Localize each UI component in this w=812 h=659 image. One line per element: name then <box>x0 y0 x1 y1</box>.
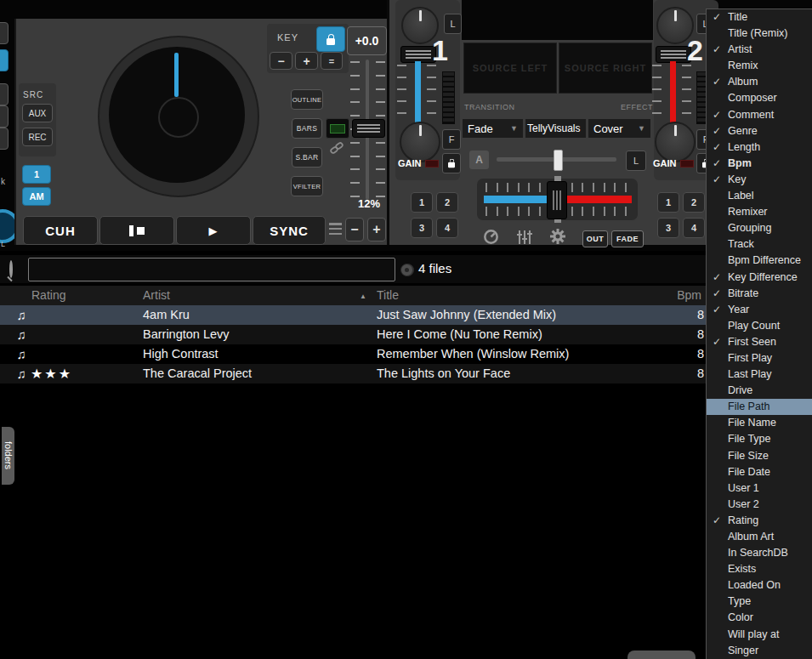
menu-item-last-play[interactable]: Last Play <box>707 366 812 383</box>
ch1-hotcue-2[interactable]: 2 <box>436 192 458 213</box>
column-header-title[interactable]: Title <box>377 286 399 305</box>
menu-item-rating[interactable]: ✓Rating <box>707 513 812 529</box>
menu-item-bpm-difference[interactable]: Bpm Difference <box>707 253 812 269</box>
ch2-volume-fader-track[interactable] <box>670 61 676 122</box>
menu-item-loaded-on[interactable]: Loaded On <box>707 577 812 594</box>
menu-item-key[interactable]: ✓Key <box>707 172 812 188</box>
key-match-button[interactable]: = <box>321 52 343 70</box>
edge-button[interactable] <box>0 22 9 44</box>
ch2-hotcue-2[interactable]: 2 <box>683 192 705 213</box>
transition-dropdown[interactable]: Fade▼ <box>463 119 523 138</box>
menu-item-comment[interactable]: ✓Comment <box>707 107 812 123</box>
menu-item-length[interactable]: ✓Length <box>707 139 812 156</box>
automix-icon[interactable] <box>483 229 499 248</box>
ch1-volume-fader-track[interactable] <box>415 61 421 122</box>
menu-item-in-searchdb[interactable]: In SearchDB <box>707 545 812 561</box>
menu-item-drive[interactable]: Drive <box>707 383 812 399</box>
rec-button[interactable]: REC <box>22 128 53 146</box>
key-lock-button[interactable] <box>316 26 345 52</box>
menu-item-track[interactable]: Track <box>707 236 812 253</box>
ch1-volume-fader-handle[interactable] <box>400 46 436 63</box>
ch1-hotcue-1[interactable]: 1 <box>411 192 433 213</box>
menu-item-key-difference[interactable]: ✓Key Difference <box>707 270 812 286</box>
link-l-button[interactable]: L <box>626 151 646 171</box>
ch1-hotcue-4[interactable]: 4 <box>436 218 458 238</box>
menu-item-genre[interactable]: ✓Genre <box>707 123 812 139</box>
key-plus-button[interactable]: + <box>295 52 318 70</box>
pause-stop-button[interactable] <box>99 216 174 245</box>
menu-item-file-type[interactable]: File Type <box>707 431 812 447</box>
menu-item-label[interactable]: Label <box>707 188 812 204</box>
column-header-artist[interactable]: Artist <box>143 286 170 305</box>
menu-item-first-play[interactable]: First Play <box>707 350 812 366</box>
menu-item-user-1[interactable]: User 1 <box>707 480 812 497</box>
am-button[interactable]: AM <box>22 187 51 206</box>
menu-item-grouping[interactable]: Grouping <box>707 220 812 236</box>
out-button[interactable]: OUT <box>582 230 608 247</box>
ch2-volume-fader-handle[interactable] <box>656 46 691 63</box>
edge-button[interactable] <box>0 105 9 128</box>
menu-item-file-path[interactable]: File Path <box>707 399 812 415</box>
menu-item-remix[interactable]: Remix <box>707 58 812 74</box>
menu-item-album[interactable]: ✓Album <box>707 74 812 90</box>
menu-item-file-date[interactable]: File Date <box>707 464 812 480</box>
edge-button[interactable] <box>0 83 9 105</box>
deck-number-button[interactable]: 1 <box>22 165 51 184</box>
pitch-fader-handle[interactable] <box>352 119 385 138</box>
column-header-rating[interactable]: Rating <box>31 286 65 305</box>
search-icon[interactable] <box>9 262 13 277</box>
menu-item-file-name[interactable]: File Name <box>707 415 812 431</box>
sbar-button[interactable]: S.BAR <box>292 147 322 168</box>
track-row[interactable]: ♫4am KruJust Saw Johnny (Extended Mix)8 <box>0 305 812 325</box>
menu-item-play-count[interactable]: Play Count <box>707 318 812 334</box>
menu-item-bpm[interactable]: ✓Bpm <box>707 156 812 172</box>
menu-item-type[interactable]: Type <box>707 594 812 610</box>
menu-item-composer[interactable]: Composer <box>707 90 812 106</box>
bottom-drawer-handle[interactable] <box>627 650 696 659</box>
ch1-hotcue-3[interactable]: 3 <box>411 218 433 238</box>
sync-button[interactable]: SYNC <box>253 216 326 245</box>
auto-button[interactable]: A <box>469 151 489 169</box>
fade-button[interactable]: FADE <box>611 230 644 247</box>
column-header-bpm[interactable]: Bpm <box>646 286 701 305</box>
ch2-gain-knob[interactable] <box>655 122 696 162</box>
bars-button[interactable]: BARS <box>292 118 322 139</box>
search-input[interactable] <box>28 258 395 281</box>
ch1-pfl-button[interactable]: L <box>444 14 462 34</box>
menu-item-title[interactable]: ✓Title <box>707 9 812 26</box>
edge-button-active[interactable] <box>0 49 9 71</box>
gear-icon[interactable] <box>549 228 566 248</box>
menu-item-exists[interactable]: Exists <box>707 561 812 577</box>
menu-item-first-seen[interactable]: ✓First Seen <box>707 334 812 350</box>
ch2-hotcue-1[interactable]: 1 <box>657 192 679 213</box>
video-crossfader-handle[interactable] <box>554 150 563 171</box>
menu-item-year[interactable]: ✓Year <box>707 302 812 318</box>
play-button[interactable]: ▶ <box>176 216 251 245</box>
folders-tab[interactable]: folders <box>2 427 14 485</box>
menu-item-title-remix[interactable]: Title (Remix) <box>707 26 812 42</box>
aux-button[interactable]: AUX <box>22 104 53 122</box>
key-minus-button[interactable]: − <box>270 52 292 70</box>
link-icon[interactable] <box>330 141 344 158</box>
menu-item-user-2[interactable]: User 2 <box>707 497 812 513</box>
ch2-hotcue-3[interactable]: 3 <box>657 218 679 238</box>
vfilter-button[interactable]: VFILTER <box>291 176 323 196</box>
ch2-hotcue-4[interactable]: 4 <box>683 218 705 238</box>
ch1-fx-button[interactable]: F <box>442 129 461 150</box>
source-left-box[interactable]: SOURCE LEFT <box>463 43 557 94</box>
menu-item-artist[interactable]: ✓Artist <box>707 42 812 58</box>
menu-item-file-size[interactable]: File Size <box>707 448 812 464</box>
mixer-settings-icon[interactable] <box>516 230 533 248</box>
edge-button[interactable] <box>0 128 9 150</box>
menu-item-singer[interactable]: Singer <box>707 643 812 659</box>
ch1-lock-button[interactable] <box>442 153 461 173</box>
ch1-gain-knob[interactable] <box>400 122 440 162</box>
pitch-minus-button[interactable]: − <box>345 218 364 241</box>
track-row[interactable]: ♫High ContrastRemember When (Winslow Rem… <box>0 344 812 364</box>
visual-dropdown[interactable]: TellyVisuals <box>525 119 586 138</box>
pitch-plus-button[interactable]: + <box>367 218 386 241</box>
menu-item-remixer[interactable]: Remixer <box>707 204 812 220</box>
crossfader-handle[interactable] <box>547 181 567 219</box>
outline-button[interactable]: OUTLINE <box>291 89 323 110</box>
cue-button[interactable]: CUH <box>23 216 98 245</box>
